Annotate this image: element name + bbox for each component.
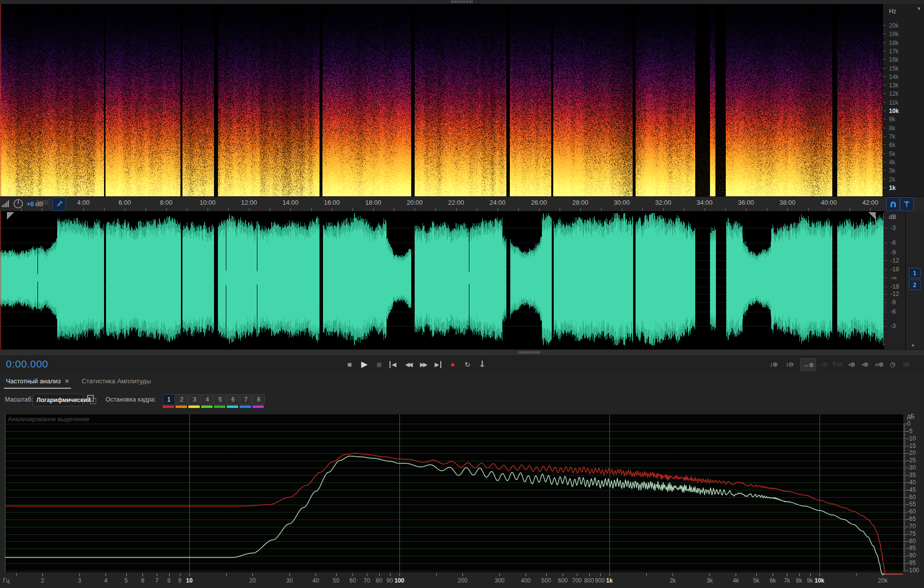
channel-column: 1 2 ▴ [905, 211, 924, 349]
pause-button[interactable]: ▮▮ [372, 355, 385, 373]
pin-toggle-button[interactable] [52, 197, 66, 211]
loop-playback-icon: ↻ [464, 361, 470, 368]
selection-handle-right[interactable] [868, 212, 876, 220]
timeline-label: 38:00 [780, 199, 796, 206]
rewind-icon: ◀◀ [405, 361, 411, 368]
plot-db-label: -60 [907, 508, 916, 515]
selection-handle-left[interactable] [7, 212, 14, 220]
loop-playback-button[interactable]: ↻ [461, 355, 474, 373]
wave-db-tick [884, 302, 887, 303]
levels-meter-icon[interactable] [2, 200, 10, 207]
frame-hold-color-4 [201, 405, 213, 408]
gain-unit: dB [36, 200, 43, 208]
zoom-in-point-button[interactable]: ‹⊕ [846, 355, 857, 373]
plot-freq-label: 8k [796, 577, 802, 584]
plot-freq-label: 40 [313, 577, 319, 584]
skip-to-end-icon: ▶ [434, 361, 441, 368]
channel-2-button[interactable]: 2 [909, 280, 921, 290]
plot-freq-label: 8 [167, 577, 171, 584]
fast-forward-button[interactable]: ▶▶ [417, 355, 429, 373]
frame-hold-button-3[interactable]: 3 [188, 394, 201, 405]
amplitude-scale-ruler[interactable]: dB -3-6-9-12-18-∞-18-12-9-6-3 [884, 211, 906, 349]
skip-to-end-button[interactable]: ▶ [431, 355, 444, 373]
hz-tick [883, 34, 886, 34]
playhead-waveform[interactable] [0, 211, 1, 349]
scale-dropdown[interactable]: Логарифмический [33, 394, 83, 406]
frame-hold-button-4[interactable]: 4 [201, 394, 213, 405]
gain-value[interactable]: +0 [27, 200, 34, 208]
zoom-out-point-button[interactable]: ›⊕ [859, 355, 871, 373]
channel-1-button[interactable]: 1 [909, 268, 921, 278]
tab-label: Частотный анализ [6, 377, 61, 385]
selection-label: Анализированое выделение [8, 416, 89, 423]
skip-to-selection-button[interactable]: ↔ [476, 355, 489, 373]
playhead-spectrogram[interactable] [0, 4, 1, 196]
scroll-up-icon[interactable]: ▴ [912, 342, 914, 347]
copy-graph-button[interactable] [87, 395, 97, 404]
wave-db-tick-minor [884, 271, 886, 272]
frame-hold-button-8[interactable]: 8 [252, 394, 265, 405]
play-button[interactable]: ▶ [358, 355, 371, 373]
frame-hold-button-7[interactable]: 7 [240, 394, 252, 405]
hz-label: 2k [889, 176, 895, 183]
hz-tick [883, 59, 886, 60]
hz-tick [883, 110, 886, 111]
hz-label: 16k [889, 56, 898, 63]
frame-hold-button-2[interactable]: 2 [176, 394, 188, 405]
zoom-out-horizontal-button[interactable]: ↔⊖ [816, 355, 828, 373]
wave-db-tick-minor [884, 305, 886, 305]
record-button[interactable]: ● [446, 355, 459, 373]
frequency-plot[interactable] [0, 412, 924, 576]
plot-freq-label: 20 [249, 577, 256, 584]
level-knob-icon[interactable] [13, 199, 23, 209]
stop-button[interactable]: ■ [343, 355, 356, 373]
plot-freq-label: 80 [376, 577, 382, 584]
grip-dots-icon [451, 0, 473, 3]
skip-to-start-icon: ◀ [390, 361, 396, 368]
plot-db-label: 0 [907, 420, 911, 427]
waveform-display[interactable] [0, 211, 884, 349]
zoom-in-horizontal-button[interactable]: ↔⊕ [800, 358, 816, 371]
zoom-selection-button[interactable]: ‹›⊕ [873, 355, 885, 373]
plot-db-label: -10 [907, 435, 916, 442]
plot-freq-label: 7k [784, 577, 790, 584]
zoom-out-vertical-button[interactable]: ↕⊖ [783, 355, 795, 373]
wave-db-tick-minor [884, 250, 886, 251]
timeline-label: 42:00 [862, 199, 879, 206]
hz-label: 4k [889, 159, 895, 166]
scrollbar-grip-icon [519, 351, 540, 354]
hz-label: 11k [889, 99, 898, 106]
hz-label: 12k [889, 90, 898, 97]
wave-db-tick-minor [884, 285, 886, 285]
zoom-full-button[interactable]: I⊕ [900, 355, 912, 373]
timeline-label: 12:00 [241, 199, 257, 206]
panel-tabs: Частотный анализ ≡ Статистика Амплитуды [6, 377, 151, 389]
rewind-button[interactable]: ◀◀ [402, 355, 415, 373]
frequency-scale-ruler[interactable]: Hz ▼ 20k19k18k17k16k15k14k13k12k11k10k9k… [883, 4, 924, 196]
frame-hold-color-2 [176, 405, 187, 408]
frame-hold-button-1[interactable]: 1 [163, 394, 175, 405]
zoom-timer-button[interactable]: ◷ [887, 355, 898, 373]
wave-db-tick-minor [884, 332, 886, 332]
skip-to-selection-icon: ↔ [479, 361, 486, 368]
panel-menu-icon[interactable]: ≡ [65, 377, 69, 385]
timeline-ruler[interactable]: 2:004:006:008:0010:0012:0014:0016:0018:0… [0, 196, 924, 212]
marker-toggle-button[interactable] [900, 197, 914, 211]
tab-amplitude-statistics[interactable]: Статистика Амплитуды [82, 377, 151, 389]
wave-db-tick [884, 269, 887, 270]
scale-menu-caret-icon[interactable]: ▼ [917, 6, 922, 11]
scale-label: Масштаб: [5, 396, 33, 403]
magnet-toggle-button[interactable] [886, 197, 900, 211]
frame-hold-button-5[interactable]: 5 [214, 394, 226, 405]
timeline-label: 4:00 [77, 199, 89, 206]
spectrogram-display[interactable] [0, 4, 883, 196]
tab-frequency-analysis[interactable]: Частотный анализ ≡ [6, 377, 69, 389]
wave-db-tick-minor [884, 222, 886, 222]
wave-db-tick-minor [884, 255, 886, 255]
time-display[interactable]: 0:00.000 [6, 358, 48, 370]
zoom-in-vertical-button[interactable]: ↕⊕ [768, 355, 780, 373]
skip-to-start-button[interactable]: ◀ [387, 355, 399, 373]
zoom-reset-button[interactable]: ↻⊖ [831, 355, 843, 373]
frame-hold-button-6[interactable]: 6 [227, 394, 239, 405]
pause-icon: ▮▮ [376, 361, 381, 368]
